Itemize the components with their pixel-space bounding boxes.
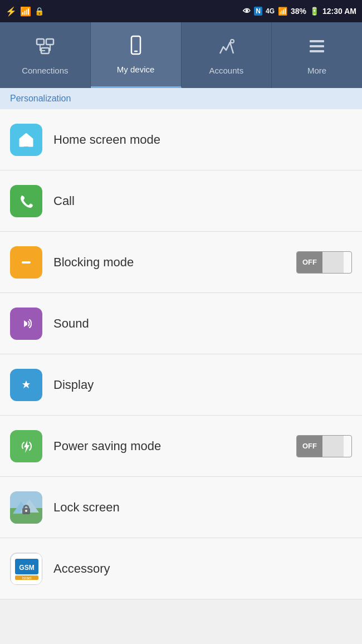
battery-icon: 🔋 (310, 7, 319, 16)
accessory-icon: GSM Israel (10, 553, 42, 585)
clock: 12:30 AM (322, 7, 356, 16)
svg-point-25 (25, 510, 27, 512)
svg-rect-13 (24, 142, 28, 147)
tab-connections[interactable]: Connections (0, 22, 91, 88)
tab-connections-label: Connections (22, 66, 68, 75)
home-screen-mode-label: Home screen mode (53, 133, 352, 147)
usb-icon: ⚡ (6, 6, 17, 17)
blocking-mode-toggle-label: OFF (297, 252, 322, 273)
settings-item-call[interactable]: Call (0, 170, 362, 232)
power-saving-mode-toggle-slider (322, 436, 344, 457)
lock-icon: 🔒 (35, 7, 44, 16)
home-screen-mode-icon (10, 124, 42, 156)
section-header: Personalization (0, 88, 362, 109)
settings-item-sound[interactable]: Sound (0, 293, 362, 354)
tab-my-device[interactable]: My device (91, 22, 182, 88)
settings-item-home-screen-mode[interactable]: Home screen mode (0, 109, 362, 170)
my-device-icon (125, 35, 146, 60)
svg-rect-15 (22, 261, 31, 264)
blocking-mode-toggle-slider (322, 252, 344, 273)
svg-rect-1 (46, 39, 53, 45)
tab-more[interactable]: More (272, 22, 362, 88)
settings-list: Home screen mode Call Blocking mode OFF (0, 109, 362, 599)
more-icon (306, 36, 327, 61)
svg-rect-11 (310, 45, 324, 47)
eye-icon: 👁 (243, 7, 251, 16)
svg-rect-12 (310, 50, 324, 52)
accessory-label: Accessory (53, 562, 352, 576)
status-right-info: 👁 N 4G 📶 38% 🔋 12:30 AM (243, 7, 356, 16)
svg-point-9 (231, 40, 234, 43)
power-saving-mode-label: Power saving mode (53, 439, 296, 453)
svg-rect-10 (310, 40, 324, 42)
sound-icon (10, 308, 42, 340)
tab-my-device-label: My device (117, 65, 155, 74)
power-saving-mode-toggle-label: OFF (297, 436, 322, 457)
display-icon (10, 369, 42, 401)
wifi-icon: 📶 (20, 6, 31, 17)
status-left-icons: ⚡ 📶 🔒 (6, 6, 44, 17)
tab-accounts-label: Accounts (209, 66, 244, 75)
power-saving-mode-toggle[interactable]: OFF (296, 435, 352, 457)
settings-item-power-saving-mode[interactable]: Power saving mode OFF (0, 416, 362, 477)
tab-accounts[interactable]: Accounts (182, 22, 272, 88)
lock-screen-label: Lock screen (53, 500, 352, 515)
blocking-mode-icon (10, 246, 42, 279)
accounts-icon (216, 36, 237, 61)
connections-icon (35, 36, 56, 61)
power-saving-mode-icon (10, 430, 42, 462)
svg-text:GSM: GSM (19, 564, 34, 572)
settings-item-blocking-mode[interactable]: Blocking mode OFF (0, 232, 362, 293)
blocking-mode-toggle[interactable]: OFF (296, 251, 352, 274)
call-icon (10, 185, 42, 217)
sound-label: Sound (53, 316, 352, 331)
status-bar: ⚡ 📶 🔒 👁 N 4G 📶 38% 🔋 12:30 AM (0, 0, 362, 22)
call-label: Call (53, 194, 352, 208)
network-4g-icon: 4G (266, 7, 275, 15)
battery-percent: 38% (291, 7, 306, 16)
nfc-icon: N (254, 7, 262, 16)
settings-item-accessory[interactable]: GSM Israel Accessory (0, 538, 362, 599)
settings-item-display[interactable]: Display (0, 354, 362, 416)
svg-text:Israel: Israel (22, 576, 32, 580)
signal-icon: 📶 (278, 7, 287, 16)
display-label: Display (53, 378, 352, 392)
lock-screen-icon (10, 491, 42, 524)
tab-bar: Connections My device Accounts More (0, 22, 362, 88)
tab-more-label: More (307, 66, 326, 75)
settings-item-lock-screen[interactable]: Lock screen (0, 477, 362, 538)
svg-rect-0 (37, 39, 44, 45)
blocking-mode-label: Blocking mode (53, 255, 296, 270)
